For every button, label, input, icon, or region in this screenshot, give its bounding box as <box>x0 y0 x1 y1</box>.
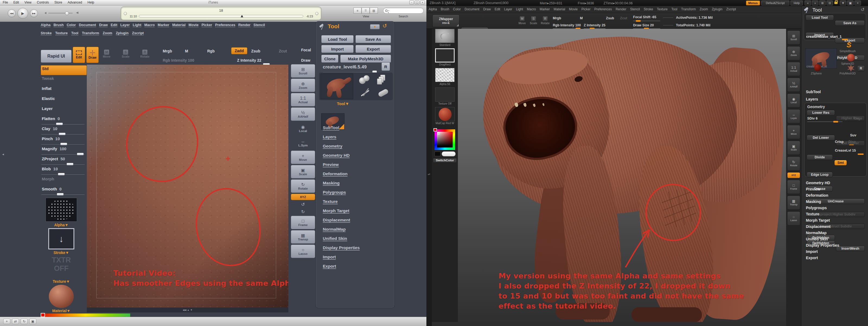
z-intensity-slider[interactable]: Z Intensity 22 <box>237 58 261 62</box>
brush-slider-knob[interactable] <box>66 163 73 165</box>
video-menu-item[interactable]: Picker <box>202 23 212 27</box>
panel-right-button[interactable]: ⊟ <box>827 1 833 5</box>
brush-slider[interactable] <box>41 134 85 134</box>
zadd-button[interactable]: Zadd <box>231 47 247 54</box>
simplebrush-icon[interactable]: S <box>846 41 851 49</box>
canvas-scrollbar[interactable]: ◀◀ ▲ ▼ <box>87 307 288 313</box>
tool-name-knob[interactable] <box>842 39 848 40</box>
shelf-button[interactable]: XYZ <box>787 172 800 178</box>
previous-button[interactable]: ◀◀ <box>8 9 16 18</box>
minimize-button[interactable]: − <box>409 1 414 4</box>
zbrush-menu-item[interactable]: Light <box>516 7 523 11</box>
video-menu-item[interactable]: Light <box>133 23 141 27</box>
tool-picker[interactable]: Tool▼ <box>337 101 349 106</box>
brush-item[interactable]: Std <box>41 65 87 75</box>
current-color-swatch[interactable] <box>41 313 45 317</box>
subpalette-link[interactable]: Display Properties <box>323 245 360 250</box>
brush-item[interactable]: Tweak <box>41 75 87 85</box>
shelf-button[interactable]: ▦ Transp <box>787 196 800 210</box>
zbrush-menu-item[interactable]: Movie <box>569 7 578 11</box>
tool-name-slider[interactable] <box>323 72 377 72</box>
material-thumbnail[interactable] <box>49 285 74 308</box>
zbrush-menu-item[interactable]: Zscript <box>726 7 736 11</box>
palette-reload-icon[interactable]: ↺ <box>382 23 387 29</box>
brush-item[interactable]: Blob10 <box>41 166 87 176</box>
subpalette-link[interactable]: Displacement <box>323 218 350 223</box>
shelf-thumbnail[interactable] <box>435 87 455 102</box>
shelf-button[interactable]: ½ AAHalf <box>291 107 315 121</box>
crisp-toggle[interactable]: Crisp <box>835 140 844 144</box>
shelf-button[interactable]: ⊕ Zoom <box>291 79 315 92</box>
divide-button[interactable]: Divide <box>807 155 833 160</box>
shelf-button[interactable]: ⇔ L.Sym <box>291 136 315 150</box>
insert-mesh-button[interactable]: InsertMesh <box>836 246 865 251</box>
r-reset-button[interactable]: R <box>381 62 390 71</box>
shelf-button[interactable]: ○ Lasso <box>787 211 800 225</box>
search-input[interactable]: ▾ <box>383 8 424 13</box>
load-tool-button[interactable]: Load Tool <box>321 35 354 43</box>
subpalette-link[interactable]: Deformation <box>806 193 828 197</box>
zsphere-icon[interactable] <box>814 64 821 71</box>
shelf-button[interactable]: ○ Lasso <box>291 244 315 258</box>
make-polymesh3d-button[interactable]: Make PolyMesh3D <box>340 55 391 63</box>
texture-picker[interactable]: Texture▼ <box>46 279 76 283</box>
subpalette-link[interactable]: Texture <box>323 199 338 204</box>
zbrush-menu-item[interactable]: Marker <box>540 7 550 11</box>
brush-item[interactable]: Layer <box>41 105 87 115</box>
shelf-button[interactable]: ◉ Local <box>291 122 315 135</box>
subpalette-link[interactable]: Unified Skin <box>323 236 347 241</box>
layer-stack-tool-icon[interactable] <box>377 75 389 86</box>
video-menu-item[interactable]: Transform <box>82 31 99 35</box>
mrgb-button[interactable]: Mrgb <box>553 16 561 20</box>
shelf-slot[interactable]: Texture Off <box>433 87 457 107</box>
layers-section[interactable]: Layers <box>806 97 818 101</box>
disp-knob[interactable] <box>849 144 854 145</box>
status-button[interactable]: ↻ <box>21 319 28 324</box>
video-menu-item[interactable]: Preferences <box>215 23 235 27</box>
edit-button[interactable]: Edit <box>73 47 85 63</box>
brush-slider[interactable] <box>41 124 85 125</box>
zbrush-menu-item[interactable]: Color <box>453 7 461 11</box>
help-button[interactable]: Help <box>790 1 803 5</box>
color-picker[interactable] <box>435 129 455 150</box>
crease-lvl-knob[interactable] <box>858 154 864 155</box>
video-menu-item[interactable]: Texture <box>55 31 67 35</box>
subpalette-link[interactable]: Texture <box>806 212 819 216</box>
subpalette-link[interactable]: Import <box>806 249 818 254</box>
brush-item[interactable]: ZProject50 <box>41 156 87 166</box>
scroll-right-button[interactable]: » <box>812 1 818 5</box>
brush-slider-knob[interactable] <box>57 193 64 196</box>
shelf-button[interactable]: ½ AAHalf <box>787 78 800 92</box>
brush-slider[interactable] <box>41 154 85 155</box>
subtool-section[interactable]: SubTool <box>806 90 821 94</box>
zcut-button[interactable]: Zcut <box>279 49 287 53</box>
menus-toggle-button[interactable]: Menus <box>746 1 760 5</box>
subpalette-link[interactable]: Preview <box>806 187 820 191</box>
alpha-thumbnail[interactable] <box>45 198 77 222</box>
subpalette-link[interactable]: Layers <box>323 134 336 140</box>
palette-dock-button[interactable]: ▼ <box>370 24 380 29</box>
view-grid-button[interactable]: ⠿ <box>362 8 370 13</box>
shelf-button[interactable]: ⇔ Lsym <box>787 109 800 123</box>
play-button[interactable]: ▶ <box>18 8 28 19</box>
video-menu-item[interactable]: Macro <box>144 23 155 27</box>
r-reset-button[interactable]: R <box>857 65 865 72</box>
shelf-button[interactable]: ⊞ Scroll <box>291 64 315 78</box>
restore-button[interactable]: ▣ <box>847 1 854 5</box>
zbrush-menu-item[interactable]: Brush <box>441 7 449 11</box>
zsub-button[interactable]: Zsub <box>251 49 260 53</box>
draw-size-slider[interactable]: Draw Size 20 <box>633 23 654 27</box>
volume-slider[interactable] <box>48 13 73 14</box>
shelf-slot[interactable]: DragRect <box>433 48 457 67</box>
shelf-thumbnail[interactable] <box>435 107 455 121</box>
zbrush-menu-item[interactable]: Edit <box>495 7 500 11</box>
video-menu-item[interactable]: Edit <box>111 23 118 27</box>
zbrush-menu-item[interactable]: Stroke <box>644 7 653 11</box>
close-button[interactable]: × <box>420 1 425 4</box>
subpalette-link[interactable]: Import <box>323 254 336 260</box>
zbrush-menu-item[interactable]: Zplugin <box>712 7 722 11</box>
zbrush-menu-item[interactable]: Zoom <box>700 7 708 11</box>
status-button[interactable]: ⇄ <box>12 319 19 324</box>
sphere-pair-tool-icon[interactable] <box>359 75 371 86</box>
sphere3d-icon[interactable] <box>847 54 855 61</box>
